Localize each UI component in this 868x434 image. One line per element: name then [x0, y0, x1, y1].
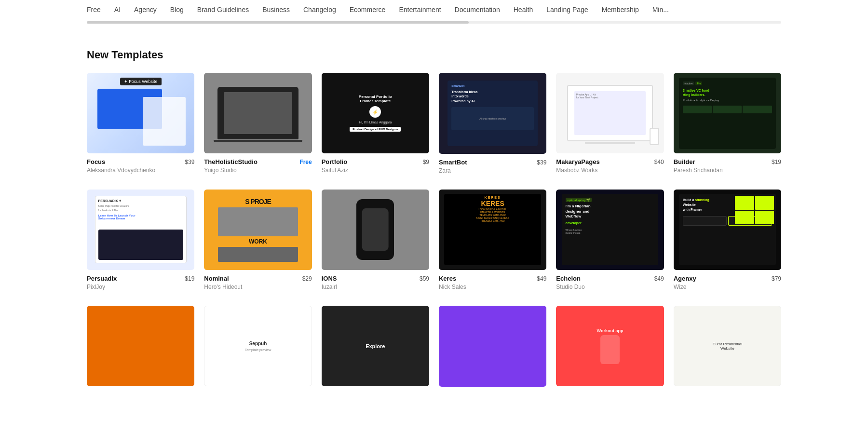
template-thumb-smartbot: SmartBot Transform Ideasinto wordsPowere… [439, 73, 546, 154]
template-card-focus[interactable]: Focus $39 Aleksandra Vdovydchenko [87, 73, 194, 174]
template-info-nominal: Nominal $29 [204, 275, 312, 282]
template-card-r3-5[interactable]: Workout app [556, 306, 664, 392]
nav-item-membership[interactable]: Membership [602, 6, 639, 14]
template-thumb-focus [87, 73, 194, 153]
template-card-ions[interactable]: IONS $59 Iuzairl [322, 190, 429, 291]
template-price-portfolio: $9 [423, 159, 429, 165]
nav-item-ecommerce[interactable]: Ecommerce [350, 6, 386, 14]
nav-scrollbar-thumb[interactable] [87, 21, 469, 24]
template-name-portfolio: Portfolio [322, 158, 347, 165]
template-card-r3-6[interactable]: Curat ResidentialWebsite [674, 306, 781, 392]
template-name-builder: Builder [674, 158, 695, 165]
template-thumb-builder: ● active Pro 3 native VC fundrting build… [674, 73, 781, 153]
template-author-echelon: Studio Duo [556, 284, 664, 290]
template-thumb-r3-5: Workout app [556, 306, 664, 386]
section-title: New Templates [87, 49, 781, 61]
template-card-r3-3[interactable]: Explore [322, 306, 429, 392]
nav-item-more[interactable]: Min... [652, 6, 669, 14]
template-thumb-nominal: S PROJE WORK [204, 190, 312, 270]
category-nav: Free AI Agency Blog Brand Guidelines Bus… [0, 0, 868, 19]
template-name-agenxy: Agenxy [674, 275, 696, 282]
template-name-nominal: Nominal [204, 275, 229, 282]
template-info-agenxy: Agenxy $79 [674, 275, 781, 282]
template-grid-row2: PERSUADIX ✦ Sales Page Tool for Creators… [87, 190, 781, 291]
template-info-makarya: MakaryaPages $40 [556, 158, 664, 165]
template-info-keres: Keres $49 [439, 275, 546, 282]
template-thumb-portfolio: Personal PortfolioFramer Template ⚡ Hi, … [322, 73, 429, 153]
template-price-builder: $19 [772, 159, 781, 165]
template-name-ions: IONS [322, 275, 337, 282]
template-info-persuadix: Persuadix $19 [87, 275, 194, 282]
template-author-nominal: Hero's Hideout [204, 284, 312, 290]
template-thumb-r3-3: Explore [322, 306, 429, 386]
template-price-holistic: Free [299, 159, 312, 165]
template-info-echelon: Echelon $49 [556, 275, 664, 282]
template-card-persuadix[interactable]: PERSUADIX ✦ Sales Page Tool for Creators… [87, 190, 194, 291]
template-name-echelon: Echelon [556, 275, 581, 282]
template-info-holistic: TheHolisticStudio Free [204, 158, 312, 165]
nav-item-business[interactable]: Business [262, 6, 290, 14]
template-name-makarya: MakaryaPages [556, 158, 599, 165]
template-author-smartbot: Zara [439, 167, 546, 174]
template-name-persuadix: Persuadix [87, 275, 117, 282]
template-thumb-r3-1 [87, 306, 194, 386]
template-name-holistic: TheHolisticStudio [204, 158, 258, 165]
template-author-portfolio: Saiful Aziz [322, 167, 429, 174]
new-templates-section: New Templates Focus $39 Aleksandra Vdovy… [0, 33, 868, 417]
template-info-portfolio: Portfolio $9 [322, 158, 429, 165]
template-author-holistic: Yuigo Studio [204, 167, 312, 174]
template-price-nominal: $29 [302, 275, 312, 282]
template-author-persuadix: PixlJoy [87, 284, 194, 290]
template-grid-row1: Focus $39 Aleksandra Vdovydchenko TheHol… [87, 73, 781, 174]
template-card-r3-2[interactable]: Seppuh Template preview [204, 306, 312, 392]
template-price-persuadix: $19 [185, 275, 194, 282]
template-card-portfolio[interactable]: Personal PortfolioFramer Template ⚡ Hi, … [322, 73, 429, 174]
template-author-keres: Nick Sales [439, 284, 546, 290]
template-card-holistic[interactable]: TheHolisticStudio Free Yuigo Studio [204, 73, 312, 174]
template-info-focus: Focus $39 [87, 158, 194, 165]
nav-item-health[interactable]: Health [514, 6, 533, 14]
template-info-ions: IONS $59 [322, 275, 429, 282]
template-author-ions: Iuzairl [322, 284, 429, 290]
template-grid-row3: Seppuh Template preview Explore Workout … [87, 306, 781, 392]
template-card-keres[interactable]: KERES KERES LOOKING FOR A MODELIMPACTFUL… [439, 190, 546, 291]
template-card-r3-1[interactable] [87, 306, 194, 392]
nav-item-free[interactable]: Free [87, 6, 101, 14]
nav-scrollbar[interactable] [87, 21, 781, 24]
template-price-echelon: $49 [654, 275, 664, 282]
template-price-agenxy: $79 [772, 275, 781, 282]
template-thumb-keres: KERES KERES LOOKING FOR A MODELIMPACTFUL… [439, 190, 546, 271]
template-name-focus: Focus [87, 158, 105, 165]
nav-item-landing-page[interactable]: Landing Page [546, 6, 588, 14]
template-author-builder: Paresh Srichandan [674, 167, 781, 174]
nav-item-ai[interactable]: AI [114, 6, 121, 14]
template-price-smartbot: $39 [537, 159, 546, 166]
template-price-keres: $49 [537, 275, 546, 282]
template-name-keres: Keres [439, 275, 456, 282]
template-thumb-persuadix: PERSUADIX ✦ Sales Page Tool for Creators… [87, 190, 194, 270]
template-author-agenxy: Wize [674, 284, 781, 290]
template-card-nominal[interactable]: S PROJE WORK Nominal $29 Hero's Hideout [204, 190, 312, 291]
template-thumb-r3-2: Seppuh Template preview [204, 306, 312, 386]
template-name-smartbot: SmartBot [439, 159, 467, 166]
template-author-makarya: Masbobz Works [556, 167, 664, 174]
template-info-builder: Builder $19 [674, 158, 781, 165]
nav-item-documentation[interactable]: Documentation [455, 6, 500, 14]
template-card-smartbot[interactable]: SmartBot Transform Ideasinto wordsPowere… [439, 73, 546, 174]
template-thumb-r3-4 [439, 306, 546, 387]
nav-item-agency[interactable]: Agency [134, 6, 157, 14]
template-card-builder[interactable]: ● active Pro 3 native VC fundrting build… [674, 73, 781, 174]
template-info-smartbot: SmartBot $39 [439, 159, 546, 166]
nav-item-blog[interactable]: Blog [170, 6, 184, 14]
template-card-echelon[interactable]: optimal spring 🌱 I'm a Nigeriandesigner … [556, 190, 664, 291]
template-thumb-holistic [204, 73, 312, 153]
template-card-agenxy[interactable]: Build a stunningWebsitewith Framer Agenx… [674, 190, 781, 291]
template-thumb-r3-6: Curat ResidentialWebsite [674, 306, 781, 386]
nav-item-brand-guidelines[interactable]: Brand Guidelines [197, 6, 249, 14]
template-card-makarya[interactable]: Precise App UI Kitfor Your Next Project … [556, 73, 664, 174]
template-thumb-echelon: optimal spring 🌱 I'm a Nigeriandesigner … [556, 190, 664, 270]
template-card-r3-4[interactable] [439, 306, 546, 392]
nav-item-entertainment[interactable]: Entertainment [399, 6, 441, 14]
template-thumb-makarya: Precise App UI Kitfor Your Next Project [556, 73, 664, 153]
nav-item-changelog[interactable]: Changelog [303, 6, 336, 14]
